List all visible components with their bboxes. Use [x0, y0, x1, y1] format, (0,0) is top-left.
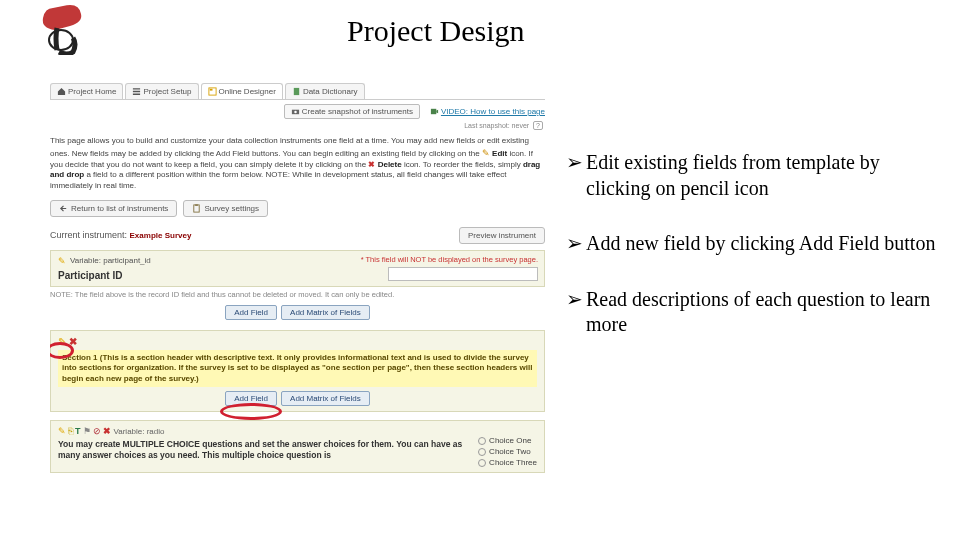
tag-icon[interactable]: ⚑ [83, 426, 91, 436]
copy-icon[interactable]: ⎘ [68, 426, 73, 436]
slide-title: Project Design [347, 14, 524, 48]
add-field-button-2[interactable]: Add Field [225, 391, 277, 406]
pencil-icon[interactable]: ✎ [58, 256, 66, 266]
radio-icon [478, 448, 486, 456]
back-arrow-icon [59, 204, 68, 213]
create-snapshot-button[interactable]: Create snapshot of instruments [284, 104, 420, 119]
mc-description: You may create MULTIPLE CHOICE questions… [58, 439, 466, 461]
tab-bar: Project Home Project Setup Online Design… [50, 80, 545, 100]
camera-icon [291, 107, 300, 116]
svg-point-0 [49, 30, 73, 50]
tab-data-dictionary[interactable]: Data Dictionary [285, 83, 365, 99]
radio-icon [478, 459, 486, 467]
list-icon [132, 87, 141, 96]
bullet-text: Edit existing fields from template by cl… [586, 150, 946, 201]
tab-label: Online Designer [219, 87, 276, 96]
survey-settings-button[interactable]: Survey settings [183, 200, 268, 217]
arrow-bullet-icon: ➢ [566, 150, 583, 201]
tab-project-setup[interactable]: Project Setup [125, 83, 198, 99]
return-to-list-button[interactable]: Return to list of instruments [50, 200, 177, 217]
preview-instrument-button[interactable]: Preview instrument [459, 227, 545, 244]
participant-id-input[interactable] [388, 267, 538, 281]
snapshot-label: Create snapshot of instruments [302, 107, 413, 116]
variable-label: Variable: participant_id [70, 256, 151, 265]
add-matrix-button[interactable]: Add Matrix of Fields [281, 305, 370, 320]
arrow-bullet-icon: ➢ [566, 287, 583, 338]
screenshot-area: Project Home Project Setup Online Design… [50, 80, 545, 475]
radio-option[interactable]: Choice One [478, 436, 537, 445]
tab-label: Project Setup [143, 87, 191, 96]
radio-option[interactable]: Choice Two [478, 447, 537, 456]
current-instrument-label: Current instrument: Example Survey [50, 230, 191, 240]
section-header-text: Section 1 (This is a section header with… [58, 350, 537, 387]
tab-project-home[interactable]: Project Home [50, 83, 123, 99]
svg-point-5 [294, 111, 297, 114]
delete-x-icon: ✖ [368, 160, 375, 169]
svg-rect-6 [431, 109, 436, 114]
record-id-note: NOTE: The field above is the record ID f… [50, 290, 545, 299]
survey-settings-label: Survey settings [204, 204, 259, 213]
not-displayed-note: * This field will NOT be displayed on th… [361, 255, 538, 264]
redcap-logo [35, 0, 95, 55]
bullet-text: Read descriptions of each question to le… [586, 287, 946, 338]
bullet-text: Add new field by clicking Add Field butt… [586, 231, 935, 257]
help-icon[interactable]: ? [533, 121, 543, 130]
variable-label: Variable: radio [114, 427, 165, 436]
arrow-bullet-icon: ➢ [566, 231, 583, 257]
bullet-list: ➢ Edit existing fields from template by … [566, 150, 946, 368]
svg-rect-7 [194, 205, 199, 212]
bullet-item: ➢ Add new field by clicking Add Field bu… [566, 231, 946, 257]
pencil-icon[interactable]: ✎ [58, 426, 66, 436]
pencil-icon: ✎ [482, 148, 490, 158]
radio-options: Choice One Choice Two Choice Three [478, 426, 537, 467]
home-icon [57, 87, 66, 96]
tab-online-designer[interactable]: Online Designer [201, 83, 283, 99]
clipboard-icon [192, 204, 201, 213]
section-header-field: ✎ ✖ Section 1 (This is a section header … [50, 330, 545, 412]
radio-option[interactable]: Choice Three [478, 458, 537, 467]
radio-icon [478, 437, 486, 445]
field-tools: ✎ ✖ [58, 336, 537, 347]
bullet-item: ➢ Read descriptions of each question to … [566, 287, 946, 338]
tab-label: Data Dictionary [303, 87, 358, 96]
last-snapshot-line: Last snapshot: never ? [50, 121, 543, 130]
return-label: Return to list of instruments [71, 204, 168, 213]
tab-label: Project Home [68, 87, 116, 96]
field-tools: ✎ ⎘ T ⚑ ⊘ ✖ [58, 426, 111, 436]
bullet-item: ➢ Edit existing fields from template by … [566, 150, 946, 201]
designer-icon [208, 87, 217, 96]
pencil-icon[interactable]: ✎ [58, 336, 66, 347]
svg-rect-2 [209, 89, 212, 91]
branch-icon[interactable]: T [75, 426, 81, 436]
add-matrix-button-2[interactable]: Add Matrix of Fields [281, 391, 370, 406]
video-icon [430, 107, 439, 116]
video-label: VIDEO: How to use this page [441, 107, 545, 116]
stop-icon[interactable]: ⊘ [93, 426, 101, 436]
delete-icon[interactable]: ✖ [69, 336, 77, 347]
svg-rect-3 [294, 88, 299, 95]
field-participant-id: ✎ Variable: participant_id * This field … [50, 250, 545, 287]
svg-rect-8 [196, 204, 199, 205]
video-link[interactable]: VIDEO: How to use this page [430, 107, 545, 116]
radio-field: ✎ ⎘ T ⚑ ⊘ ✖ Variable: radio You may crea… [50, 420, 545, 473]
add-field-button[interactable]: Add Field [225, 305, 277, 320]
dictionary-icon [292, 87, 301, 96]
delete-icon[interactable]: ✖ [103, 426, 111, 436]
page-description: This page allows you to build and custom… [50, 136, 545, 192]
